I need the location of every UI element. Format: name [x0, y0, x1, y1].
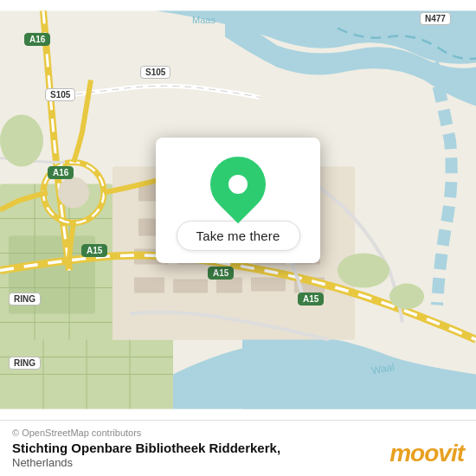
road-badge-a15-far: A15 [298, 293, 324, 306]
take-me-there-button[interactable]: Take me there [177, 220, 300, 250]
road-badge-a16-mid: A16 [48, 166, 74, 179]
svg-point-41 [389, 284, 424, 310]
moovit-logo: moovit [389, 441, 464, 466]
svg-point-40 [338, 254, 389, 288]
road-badge-a15-center: A15 [208, 267, 234, 280]
road-badge-a16-top: A16 [24, 33, 50, 46]
svg-point-38 [58, 177, 89, 209]
road-badge-n477: N477 [420, 12, 451, 25]
svg-rect-32 [173, 280, 208, 293]
svg-text:Maas: Maas [192, 15, 215, 25]
svg-rect-31 [134, 278, 164, 293]
road-badge-a15-right: A15 [81, 244, 107, 257]
road-badge-s105-center: S105 [140, 66, 170, 79]
map-popup: Take me there [156, 137, 320, 262]
road-badge-s105-left: S105 [45, 88, 75, 101]
map-attribution: © OpenStreetMap contributors [12, 428, 464, 438]
info-bar: © OpenStreetMap contributors Stichting O… [0, 420, 476, 476]
road-badge-ring-bottom: RING [9, 293, 41, 306]
svg-point-39 [0, 115, 43, 167]
map-area: Waal Maas [0, 0, 476, 420]
svg-rect-34 [251, 278, 286, 292]
moovit-wordmark: moovit [389, 441, 464, 466]
location-pin-inner [228, 174, 248, 193]
road-badge-ring-bottom2: RING [9, 357, 41, 370]
svg-rect-33 [216, 278, 242, 293]
location-pin-icon [199, 145, 278, 223]
app-container: Waal Maas [0, 0, 476, 476]
